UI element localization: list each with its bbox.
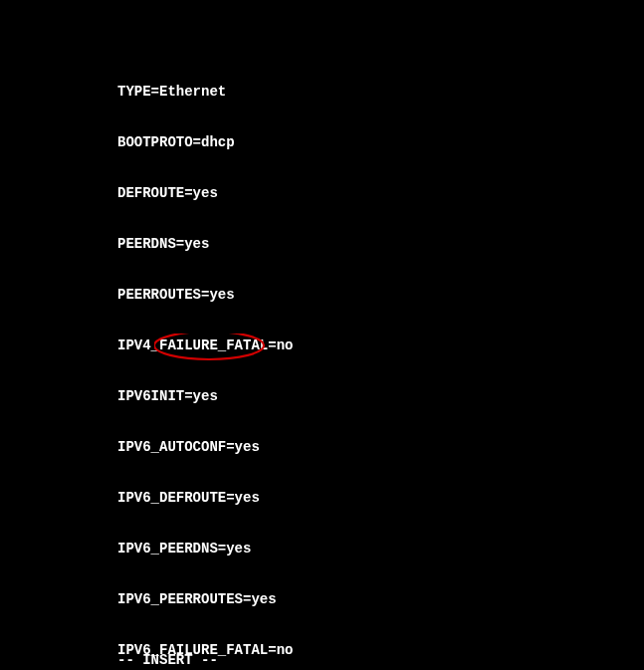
config-line: IPV6_PEERDNS=yes — [117, 541, 460, 558]
config-line: PEERDNS=yes — [117, 236, 460, 253]
config-line: PEERROUTES=yes — [117, 287, 460, 304]
editor-viewport[interactable]: TYPE=Ethernet BOOTPROTO=dhcp DEFROUTE=ye… — [117, 50, 460, 670]
vim-mode-status: -- INSERT -- — [117, 652, 218, 668]
config-line: IPV6_PEERROUTES=yes — [117, 591, 460, 608]
config-line: IPV4_FAILURE_FATAL=no — [117, 337, 460, 354]
config-line: IPV6INIT=yes — [117, 388, 460, 405]
config-line: BOOTPROTO=dhcp — [117, 134, 460, 151]
config-line: IPV6_AUTOCONF=yes — [117, 439, 460, 456]
config-line: TYPE=Ethernet — [117, 84, 460, 101]
config-line: DEFROUTE=yes — [117, 185, 460, 202]
config-line: IPV6_DEFROUTE=yes — [117, 490, 460, 507]
